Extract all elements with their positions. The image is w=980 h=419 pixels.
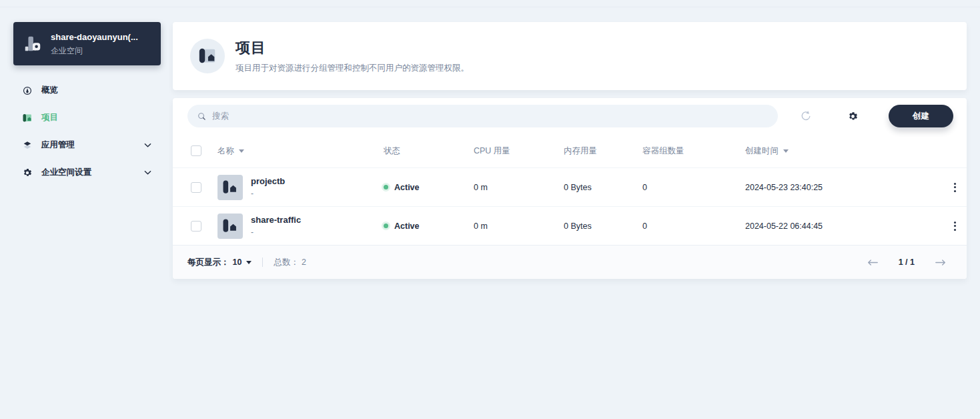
top-divider: [0, 7, 980, 7]
column-header-cpu: CPU 用量: [474, 145, 564, 157]
enterprise-workspace-icon: [23, 34, 43, 54]
sidebar-nav: 概览 项目 应用管理: [13, 77, 161, 186]
select-all-checkbox[interactable]: [191, 145, 201, 156]
sidebar-item-label: 企业空间设置: [41, 167, 91, 178]
main-content: 项目 项目用于对资源进行分组管理和控制不同用户的资源管理权限。: [173, 22, 967, 279]
search-box: [187, 105, 778, 127]
table-row: share-traffic - Active 0 m 0 Bytes 0 202…: [173, 206, 967, 245]
pod-count-value: 0: [642, 222, 745, 231]
workspace-selector-card[interactable]: share-daoyaunyun(... 企业空间: [13, 22, 161, 65]
sidebar-item-label: 概览: [41, 85, 58, 96]
column-header-created[interactable]: 创建时间: [745, 145, 929, 157]
project-alias: -: [251, 228, 301, 237]
sidebar-item-projects[interactable]: 项目: [13, 104, 161, 131]
sidebar-item-workspace-settings[interactable]: 企业空间设置: [13, 159, 161, 186]
pod-count-value: 0: [642, 183, 745, 192]
row-actions-menu-button[interactable]: [950, 179, 960, 196]
arrow-left-icon: [867, 259, 879, 266]
project-name-link[interactable]: share-traffic: [251, 215, 301, 225]
search-icon: [197, 111, 207, 121]
sidebar-item-label: 应用管理: [41, 139, 75, 151]
chevron-down-icon: [144, 143, 151, 148]
status-dot: [384, 185, 388, 189]
cpu-usage-value: 0 m: [474, 222, 564, 231]
chevron-down-icon: [246, 261, 252, 264]
project-alias: -: [251, 189, 285, 198]
sidebar-item-label: 项目: [41, 112, 58, 123]
next-page-button[interactable]: [935, 259, 947, 266]
page-indicator: 1 / 1: [899, 258, 915, 267]
footer-divider: [262, 258, 263, 267]
project-name-link[interactable]: projectb: [251, 176, 285, 186]
memory-usage-value: 0 Bytes: [564, 183, 642, 192]
row-checkbox[interactable]: [191, 221, 201, 232]
search-input[interactable]: [212, 111, 769, 121]
page-description: 项目用于对资源进行分组管理和控制不同用户的资源管理权限。: [235, 63, 469, 74]
toolbar: 创建: [173, 98, 967, 134]
project-list-card: 创建 名称 状态 CPU 用量 内存用量 容器组数量 创建时间: [173, 98, 967, 279]
status-dot: [384, 224, 388, 228]
status-badge: Active: [394, 222, 420, 231]
column-settings-button[interactable]: [843, 107, 862, 125]
project-icon: [22, 113, 33, 123]
row-actions-menu-button[interactable]: [950, 218, 960, 235]
per-page-label: 每页显示：: [187, 257, 229, 268]
gauge-icon: [22, 85, 33, 96]
chevron-down-icon: [144, 170, 151, 175]
table-footer: 每页显示： 10 总数：2 1 / 1: [173, 245, 967, 279]
sidebar-item-overview[interactable]: 概览: [13, 77, 161, 104]
workspace-type-label: 企业空间: [51, 45, 138, 57]
sort-caret-icon: [783, 149, 789, 153]
sidebar: share-daoyaunyun(... 企业空间 概览 项目: [13, 22, 161, 186]
status-badge: Active: [394, 183, 420, 192]
column-header-memory: 内存用量: [564, 145, 642, 157]
created-time-value: 2024-05-23 23:40:25: [745, 183, 929, 192]
row-checkbox[interactable]: [191, 182, 201, 193]
layers-icon: [22, 140, 33, 151]
table-row: projectb - Active 0 m 0 Bytes 0 2024-05-…: [173, 167, 967, 206]
refresh-icon: [799, 109, 813, 123]
table-header: 名称 状态 CPU 用量 内存用量 容器组数量 创建时间: [173, 134, 967, 167]
gear-icon: [22, 167, 33, 178]
per-page-value: 10: [233, 258, 242, 267]
total-value: 2: [302, 258, 306, 267]
memory-usage-value: 0 Bytes: [564, 222, 642, 231]
sidebar-item-app-management[interactable]: 应用管理: [13, 131, 161, 159]
create-button[interactable]: 创建: [889, 105, 953, 127]
column-header-name[interactable]: 名称: [217, 145, 384, 157]
gear-icon: [847, 111, 859, 122]
column-header-status: 状态: [384, 145, 474, 157]
cpu-usage-value: 0 m: [474, 183, 564, 192]
project-icon: [217, 214, 243, 239]
total-label: 总数：: [274, 258, 299, 267]
sort-caret-icon: [239, 149, 244, 153]
prev-page-button[interactable]: [867, 259, 879, 266]
arrow-right-icon: [935, 259, 947, 266]
created-time-value: 2024-05-22 06:44:45: [745, 222, 929, 231]
project-icon: [190, 39, 225, 73]
per-page-select[interactable]: 每页显示： 10: [187, 257, 252, 268]
project-icon: [217, 175, 243, 200]
refresh-button[interactable]: [797, 107, 815, 125]
page-header: 项目 项目用于对资源进行分组管理和控制不同用户的资源管理权限。: [173, 22, 967, 90]
page-title: 项目: [235, 38, 469, 58]
column-header-pods: 容器组数量: [642, 145, 745, 157]
workspace-name: share-daoyaunyun(...: [51, 32, 138, 42]
